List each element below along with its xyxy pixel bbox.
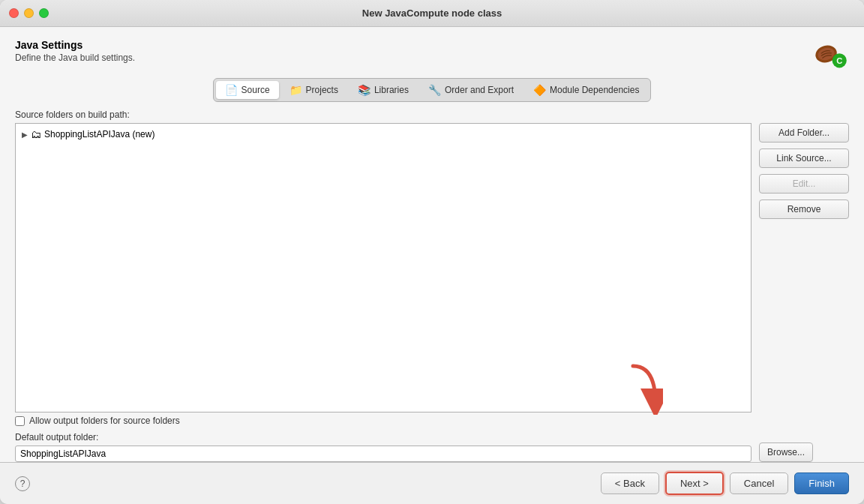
footer-right: < Back Next > Cancel Finish <box>601 472 849 495</box>
allow-output-row: Allow output folders for source folders <box>15 416 752 426</box>
tab-source[interactable]: 📄 Source <box>216 81 279 99</box>
tab-module-dependencies[interactable]: 🔶 Module Dependencies <box>524 81 648 99</box>
finish-button[interactable]: Finish <box>794 472 849 494</box>
tab-projects-label: Projects <box>306 85 338 95</box>
tab-module-dep-label: Module Dependencies <box>550 85 639 95</box>
order-export-tab-icon: 🔧 <box>428 84 441 96</box>
source-tab-icon: 📄 <box>225 84 238 96</box>
tab-libraries-label: Libraries <box>374 85 409 95</box>
app-logo-icon: C <box>813 39 849 69</box>
tab-projects[interactable]: 📁 Projects <box>280 81 347 99</box>
source-folders-box[interactable]: ▶ 🗂 ShoppingListAPIJava (new) <box>15 123 752 412</box>
add-folder-button[interactable]: Add Folder... <box>759 123 849 142</box>
left-panel: Source folders on build path: ▶ 🗂 Shoppi… <box>15 110 752 462</box>
bottom-browse-row <box>15 446 752 462</box>
title-bar: New JavaCompute node class <box>0 0 864 27</box>
header-text: Java Settings Define the Java build sett… <box>15 39 135 63</box>
page-title: Java Settings <box>15 39 135 51</box>
folder-icon: 🗂 <box>31 128 41 140</box>
maximize-button[interactable] <box>39 8 49 18</box>
projects-tab-icon: 📁 <box>290 84 302 96</box>
right-panel: Add Folder... Link Source... Edit... Rem… <box>759 110 849 462</box>
source-section: Source folders on build path: ▶ 🗂 Shoppi… <box>15 110 752 426</box>
close-button[interactable] <box>9 8 19 18</box>
tabs-container: 📄 Source 📁 Projects 📚 Libraries 🔧 Order … <box>15 78 849 102</box>
module-dep-tab-icon: 🔶 <box>533 84 546 96</box>
default-output-label: Default output folder: <box>15 432 752 442</box>
content-area: Java Settings Define the Java build sett… <box>0 27 864 462</box>
default-output-section: Default output folder: <box>15 432 752 462</box>
tab-order-export-label: Order and Export <box>445 85 514 95</box>
tree-item[interactable]: ▶ 🗂 ShoppingListAPIJava (new) <box>19 127 748 142</box>
remove-button[interactable]: Remove <box>759 200 849 219</box>
svg-text:C: C <box>836 56 842 65</box>
tab-source-label: Source <box>242 85 270 95</box>
footer: ? < Back Next > Cancel Finish <box>0 462 864 504</box>
window-title: New JavaCompute node class <box>362 8 502 19</box>
allow-output-checkbox[interactable] <box>15 416 25 426</box>
tabs: 📄 Source 📁 Projects 📚 Libraries 🔧 Order … <box>213 78 652 102</box>
libraries-tab-icon: 📚 <box>358 84 370 96</box>
default-output-input[interactable] <box>15 446 752 462</box>
cancel-button[interactable]: Cancel <box>730 472 788 494</box>
back-button[interactable]: < Back <box>601 472 659 494</box>
header-section: Java Settings Define the Java build sett… <box>15 39 849 69</box>
source-folders-label: Source folders on build path: <box>15 110 752 120</box>
minimize-button[interactable] <box>24 8 34 18</box>
browse-button[interactable]: Browse... <box>759 442 813 462</box>
tab-order-export[interactable]: 🔧 Order and Export <box>419 81 523 99</box>
help-button[interactable]: ? <box>15 476 30 491</box>
tab-libraries[interactable]: 📚 Libraries <box>349 81 418 99</box>
help-icon-label: ? <box>20 478 26 489</box>
footer-left: ? <box>15 476 30 491</box>
main-panel: Source folders on build path: ▶ 🗂 Shoppi… <box>15 110 849 462</box>
logo-area: C <box>813 39 849 69</box>
edit-button[interactable]: Edit... <box>759 174 849 194</box>
tree-arrow-icon: ▶ <box>22 130 28 139</box>
traffic-lights <box>9 8 49 18</box>
tree-item-label: ShoppingListAPIJava (new) <box>44 129 154 140</box>
allow-output-label: Allow output folders for source folders <box>29 416 180 426</box>
link-source-button[interactable]: Link Source... <box>759 148 849 168</box>
page-subtitle: Define the Java build settings. <box>15 52 135 63</box>
main-window: New JavaCompute node class Java Settings… <box>0 0 864 504</box>
next-button[interactable]: Next > <box>665 472 724 495</box>
